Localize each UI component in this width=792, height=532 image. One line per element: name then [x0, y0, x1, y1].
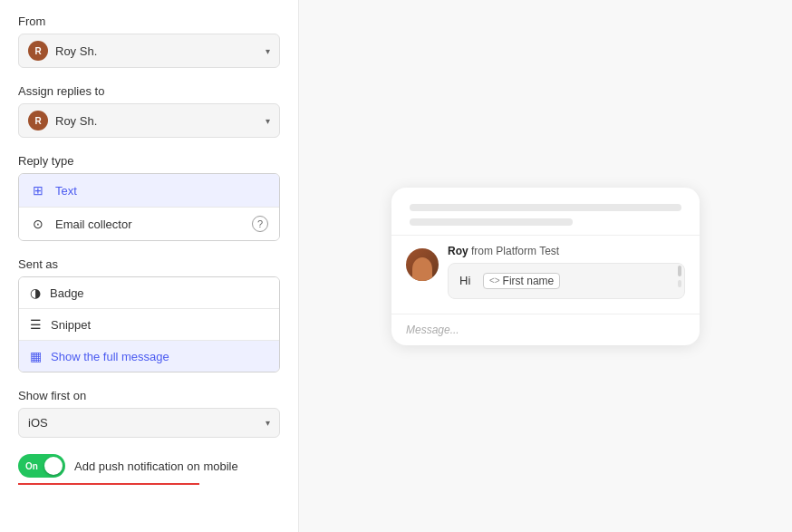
show-first-group: Show first on iOS ▾ — [18, 389, 280, 438]
full-message-icon: ▦ — [30, 349, 42, 363]
from-select[interactable]: R Roy Sh. ▾ — [18, 34, 280, 68]
preview-sender-name: Roy — [448, 245, 468, 257]
reply-option-email-collector[interactable]: ⊙ Email collector ? — [19, 208, 279, 240]
reply-option-text[interactable]: ⊞ Text — [19, 174, 279, 208]
toggle-on-label: On — [21, 461, 38, 471]
avatar-figure — [412, 257, 432, 281]
push-notification-toggle[interactable]: On — [18, 454, 65, 478]
preview-sender-suffix: from Platform Test — [468, 245, 559, 257]
sent-option-full-message[interactable]: ▦ Show the full message — [19, 341, 279, 372]
scrollbar-area — [677, 266, 682, 296]
first-name-chip: <> First name — [483, 273, 560, 289]
chip-icon: <> — [489, 276, 500, 285]
assign-replies-group: Assign replies to R Roy Sh. ▾ — [18, 84, 280, 138]
sent-as-group: Sent as ◑ Badge ☰ Snippet ▦ Show the ful… — [18, 257, 280, 372]
full-message-label: Show the full message — [51, 350, 169, 363]
reply-text-icon: ⊞ — [30, 182, 46, 198]
assign-replies-value: Roy Sh. — [55, 114, 266, 128]
preview-divider — [391, 235, 700, 236]
from-chevron-icon: ▾ — [266, 46, 270, 56]
sent-as-label: Sent as — [18, 257, 280, 271]
help-icon[interactable]: ? — [252, 216, 268, 232]
badge-label: Badge — [50, 286, 84, 300]
reply-type-options: ⊞ Text ⊙ Email collector ? — [18, 173, 280, 241]
show-first-value: iOS — [28, 416, 266, 430]
reply-type-group: Reply type ⊞ Text ⊙ Email collector ? — [18, 154, 280, 241]
show-first-select[interactable]: iOS ▾ — [18, 408, 280, 438]
underline-decoration — [18, 483, 199, 485]
from-group: From R Roy Sh. ▾ — [18, 15, 280, 68]
show-first-chevron-icon: ▾ — [266, 418, 270, 428]
sent-as-options: ◑ Badge ☰ Snippet ▦ Show the full messag… — [18, 276, 280, 372]
scrollbar-thumb — [678, 266, 681, 276]
show-first-label: Show first on — [18, 389, 280, 402]
preview-message-area: Roy from Platform Test Hi <> First name — [391, 245, 700, 314]
sent-option-snippet[interactable]: ☰ Snippet — [19, 309, 279, 341]
preview-sender-avatar — [406, 248, 439, 281]
push-notification-row: On Add push notification on mobile — [18, 454, 280, 478]
preview-line-2 — [410, 218, 573, 226]
assign-replies-chevron-icon: ▾ — [266, 116, 270, 126]
reply-type-label: Reply type — [18, 154, 280, 168]
preview-reply-bar: Message... — [391, 314, 700, 345]
badge-icon: ◑ — [30, 285, 41, 300]
from-label: From — [18, 15, 280, 28]
right-panel: Roy from Platform Test Hi <> First name — [299, 0, 792, 532]
preview-top-lines — [391, 188, 700, 235]
chip-label: First name — [503, 275, 555, 287]
preview-card: Roy from Platform Test Hi <> First name — [391, 188, 700, 345]
left-panel: From R Roy Sh. ▾ Assign replies to R Roy… — [0, 0, 299, 532]
from-value: Roy Sh. — [55, 44, 266, 58]
scrollbar-thumb-bottom — [678, 280, 681, 287]
from-avatar: R — [28, 41, 48, 61]
preview-reply-placeholder: Message... — [406, 324, 459, 336]
reply-email-icon: ⊙ — [30, 216, 46, 232]
preview-hi-text: Hi — [459, 274, 470, 287]
reply-email-label: Email collector — [55, 218, 132, 231]
push-notification-label: Add push notification on mobile — [74, 459, 238, 473]
assign-replies-avatar: R — [28, 111, 48, 131]
sent-option-badge[interactable]: ◑ Badge — [19, 277, 279, 309]
preview-sender: Roy from Platform Test — [448, 245, 685, 257]
preview-bubble: Roy from Platform Test Hi <> First name — [448, 245, 685, 299]
preview-line-1 — [410, 204, 681, 211]
snippet-icon: ☰ — [30, 317, 42, 332]
preview-message-box: Hi <> First name — [448, 263, 685, 299]
toggle-knob — [44, 457, 63, 475]
snippet-label: Snippet — [51, 318, 91, 332]
reply-text-label: Text — [55, 184, 77, 198]
assign-replies-label: Assign replies to — [18, 84, 280, 98]
avatar-inner — [406, 248, 439, 281]
assign-replies-select[interactable]: R Roy Sh. ▾ — [18, 103, 280, 138]
